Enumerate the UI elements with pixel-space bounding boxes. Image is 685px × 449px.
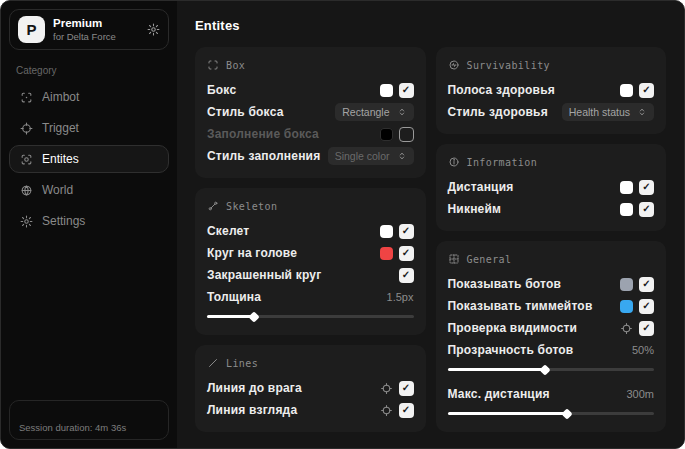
sidebar-item-world[interactable]: World <box>9 176 169 204</box>
setting-label: Прозрачность ботов <box>448 343 574 357</box>
checkbox-visibility-check[interactable] <box>639 321 654 336</box>
checkbox-box[interactable] <box>399 83 414 98</box>
thickness-slider[interactable] <box>207 315 414 318</box>
setting-label: Линия до врага <box>207 381 302 395</box>
setting-label: Стиль здоровья <box>448 105 548 119</box>
checkbox-distance[interactable] <box>639 180 654 195</box>
setting-row-skeleton: Скелет <box>207 220 414 242</box>
color-swatch[interactable] <box>380 84 393 97</box>
setting-row-enemy-line: Линия до врага <box>207 377 414 399</box>
sidebar-item-label: Trigget <box>42 121 79 135</box>
gear-icon[interactable] <box>147 23 160 36</box>
checkbox-enemy-line[interactable] <box>399 381 414 396</box>
checkbox-show-teammates[interactable] <box>639 299 654 314</box>
card-title: Skeleton <box>226 201 277 212</box>
slider-value: 1.5px <box>387 291 414 303</box>
settings-gear-icon <box>20 215 33 228</box>
unfold-icon <box>397 107 407 117</box>
health-style-select[interactable]: Health status <box>562 103 654 121</box>
setting-label: Полоса здоровья <box>448 83 555 97</box>
survivability-icon <box>448 59 460 71</box>
card-lines: Lines Линия до врага Линия взгляда <box>195 345 426 432</box>
checkbox-box-fill[interactable] <box>399 127 414 142</box>
checkbox-nickname[interactable] <box>639 202 654 217</box>
select-value: Rectangle <box>342 106 389 118</box>
card-general: General Показывать ботов Показывать тимм… <box>436 241 667 432</box>
target-icon[interactable] <box>380 404 393 417</box>
color-swatch[interactable] <box>620 300 633 313</box>
select-value: Single color <box>335 150 390 162</box>
setting-row-thickness: Толщина 1.5px <box>207 286 414 308</box>
main-content: Entites Box Бокс <box>177 1 684 448</box>
checkbox-head-circle[interactable] <box>399 246 414 261</box>
setting-row-box-fill: Заполнение бокса <box>207 123 414 145</box>
sidebar-nav: Aimbot Trigget Entites <box>9 83 169 235</box>
checkbox-health-bar[interactable] <box>639 83 654 98</box>
setting-row-filled-circle: Закрашенный круг <box>207 264 414 286</box>
page-title: Entites <box>195 18 666 33</box>
session-duration-box: Session duration: 4m 36s <box>9 400 169 440</box>
box-icon <box>207 59 219 71</box>
app-window: P Premium for Delta Force Category Aimbo… <box>0 0 685 449</box>
checkbox-filled-circle[interactable] <box>399 268 414 283</box>
color-swatch[interactable] <box>620 181 633 194</box>
checkbox-skeleton[interactable] <box>399 224 414 239</box>
checkbox-view-line[interactable] <box>399 403 414 418</box>
session-duration-text: Session duration: 4m 36s <box>19 422 126 433</box>
sidebar-item-trigger[interactable]: Trigget <box>9 114 169 142</box>
slider-thumb[interactable] <box>539 364 550 375</box>
setting-row-bots-opacity: Прозрачность ботов 50% <box>448 339 655 361</box>
select-value: Health status <box>569 106 630 118</box>
color-swatch[interactable] <box>380 247 393 260</box>
setting-label: Никнейм <box>448 202 502 216</box>
brand-logo: P <box>18 16 45 43</box>
aimbot-icon <box>20 91 33 104</box>
setting-row-head-circle: Круг на голове <box>207 242 414 264</box>
trigger-icon <box>20 122 33 135</box>
color-swatch[interactable] <box>620 278 633 291</box>
setting-label: Макс. дистанция <box>448 387 550 401</box>
card-survivability: Survivability Полоса здоровья Стиль здор… <box>436 47 667 134</box>
unfold-icon <box>637 107 647 117</box>
sidebar-item-label: World <box>42 183 73 197</box>
grid-icon <box>448 253 460 265</box>
sidebar-item-label: Settings <box>42 214 85 228</box>
setting-row-visibility-check: Проверка видимости <box>448 317 655 339</box>
target-icon[interactable] <box>620 322 633 335</box>
category-label: Category <box>16 65 162 76</box>
sidebar-item-label: Entites <box>42 152 79 166</box>
fill-style-select[interactable]: Single color <box>328 147 414 165</box>
sidebar-item-label: Aimbot <box>42 90 79 104</box>
globe-icon <box>20 184 33 197</box>
setting-label: Толщина <box>207 290 261 304</box>
card-box: Box Бокс Стиль бокса Rectangle <box>195 47 426 178</box>
setting-label: Бокс <box>207 83 236 97</box>
sidebar-item-settings[interactable]: Settings <box>9 207 169 235</box>
brand-subtitle: for Delta Force <box>53 31 116 43</box>
box-style-select[interactable]: Rectangle <box>335 103 413 121</box>
color-swatch[interactable] <box>620 203 633 216</box>
info-icon <box>448 156 460 168</box>
slider-thumb[interactable] <box>562 408 573 419</box>
color-swatch[interactable] <box>620 84 633 97</box>
checkbox-show-bots[interactable] <box>639 277 654 292</box>
color-swatch[interactable] <box>380 128 393 141</box>
card-information: Information Дистанция Никнейм <box>436 144 667 231</box>
max-distance-slider[interactable] <box>448 412 655 415</box>
setting-label: Линия взгляда <box>207 403 297 417</box>
bots-opacity-slider[interactable] <box>448 368 655 371</box>
setting-label: Закрашенный круг <box>207 268 321 282</box>
sidebar-item-entities[interactable]: Entites <box>9 145 169 173</box>
brand-card: P Premium for Delta Force <box>9 9 169 50</box>
target-icon[interactable] <box>380 382 393 395</box>
setting-label: Проверка видимости <box>448 321 578 335</box>
setting-label: Дистанция <box>448 180 514 194</box>
card-title: General <box>467 254 512 265</box>
setting-row-view-line: Линия взгляда <box>207 399 414 421</box>
slider-thumb[interactable] <box>249 311 260 322</box>
setting-row-show-teammates: Показывать тиммейтов <box>448 295 655 317</box>
color-swatch[interactable] <box>380 225 393 238</box>
sidebar-item-aimbot[interactable]: Aimbot <box>9 83 169 111</box>
setting-row-show-bots: Показывать ботов <box>448 273 655 295</box>
slider-value: 50% <box>632 344 654 356</box>
